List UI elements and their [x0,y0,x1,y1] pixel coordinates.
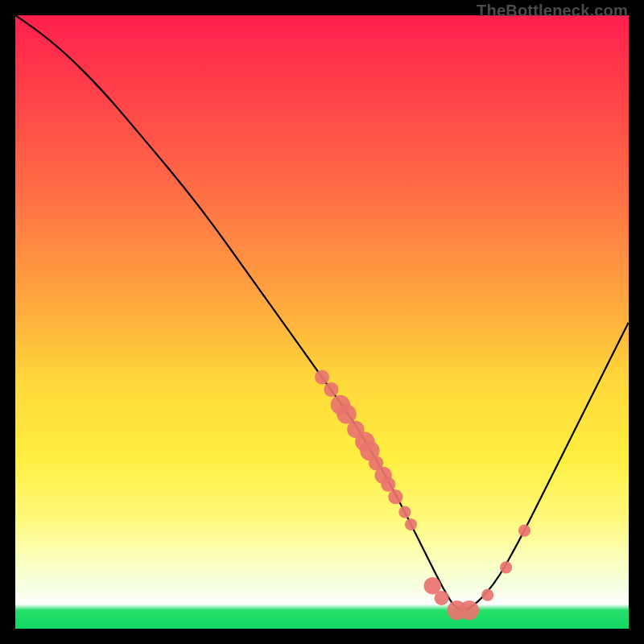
scatter-dot [398,506,411,518]
scatter-dot [388,489,402,504]
scatter-dot [460,601,479,620]
scatter-dot [518,525,530,537]
scatter-dot [324,382,338,397]
scatter-dots [315,370,530,621]
scatter-dot [435,591,449,605]
scatter-dot [500,561,512,573]
scatter-dot [405,518,417,530]
scatter-dot [481,589,493,601]
scatter-dot [336,404,356,423]
watermark-text: TheBottleneck.com [477,2,628,20]
plot-area [15,15,629,629]
chart-svg [15,15,629,629]
bottleneck-curve [15,15,629,610]
scatter-dot [315,370,329,385]
chart-frame: TheBottleneck.com [0,0,644,644]
scatter-dot [381,477,395,492]
